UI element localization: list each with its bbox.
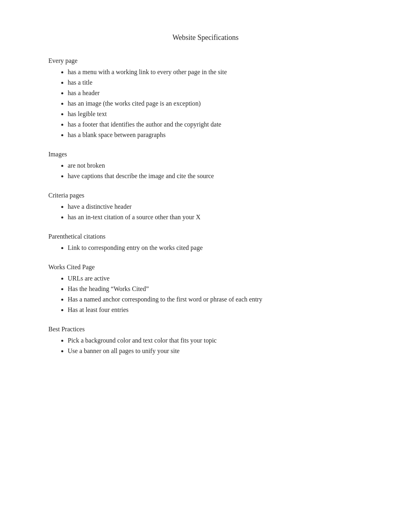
- list-item: Has a named anchor corresponding to the …: [68, 295, 363, 304]
- section-heading-4: Works Cited Page: [48, 262, 363, 272]
- list-item: Has at least four entries: [68, 305, 363, 315]
- list-item: has a header: [68, 88, 363, 98]
- list-item: Link to corresponding entry on the works…: [68, 243, 363, 253]
- section-list-5: Pick a background color and text color t…: [48, 336, 363, 356]
- list-item: has a menu with a working link to every …: [68, 67, 363, 77]
- page-title: Website Specifications: [48, 32, 363, 43]
- section-heading-2: Criteria pages: [48, 191, 363, 200]
- section-heading-0: Every page: [48, 56, 363, 66]
- section-1: Imagesare not brokenhave captions that d…: [48, 150, 363, 181]
- list-item: has a footer that identifies the author …: [68, 120, 363, 129]
- section-list-0: has a menu with a working link to every …: [48, 67, 363, 140]
- list-item: has an image (the works cited page is an…: [68, 99, 363, 108]
- section-0: Every pagehas a menu with a working link…: [48, 56, 363, 140]
- section-4: Works Cited PageURLs are activeHas the h…: [48, 262, 363, 315]
- section-list-2: have a distinctive headerhas an in-text …: [48, 202, 363, 222]
- section-list-4: URLs are activeHas the heading “Works Ci…: [48, 274, 363, 315]
- section-list-1: are not brokenhave captions that describ…: [48, 161, 363, 181]
- list-item: have captions that describe the image an…: [68, 171, 363, 181]
- section-list-3: Link to corresponding entry on the works…: [48, 243, 363, 253]
- section-2: Criteria pageshave a distinctive headerh…: [48, 191, 363, 222]
- list-item: Pick a background color and text color t…: [68, 336, 363, 345]
- list-item: have a distinctive header: [68, 202, 363, 212]
- list-item: Has the heading “Works Cited”: [68, 284, 363, 294]
- section-3: Parenthetical citationsLink to correspon…: [48, 232, 363, 253]
- section-5: Best PracticesPick a background color an…: [48, 324, 363, 356]
- list-item: has a blank space between paragraphs: [68, 130, 363, 140]
- list-item: has a title: [68, 78, 363, 87]
- list-item: has legible text: [68, 109, 363, 119]
- list-item: has an in-text citation of a source othe…: [68, 212, 363, 222]
- content-sections: Every pagehas a menu with a working link…: [48, 56, 363, 356]
- section-heading-3: Parenthetical citations: [48, 232, 363, 241]
- list-item: Use a banner on all pages to unify your …: [68, 346, 363, 356]
- list-item: URLs are active: [68, 274, 363, 283]
- list-item: are not broken: [68, 161, 363, 170]
- section-heading-5: Best Practices: [48, 324, 363, 334]
- section-heading-1: Images: [48, 150, 363, 159]
